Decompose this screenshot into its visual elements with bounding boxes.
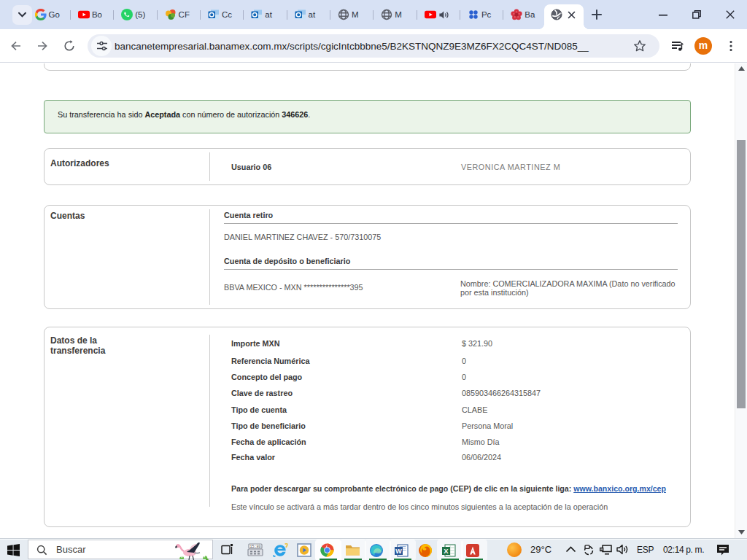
svg-text:W: W: [395, 548, 402, 555]
svg-text:15:80: 15:80: [249, 545, 260, 549]
svg-text:X: X: [444, 547, 449, 555]
